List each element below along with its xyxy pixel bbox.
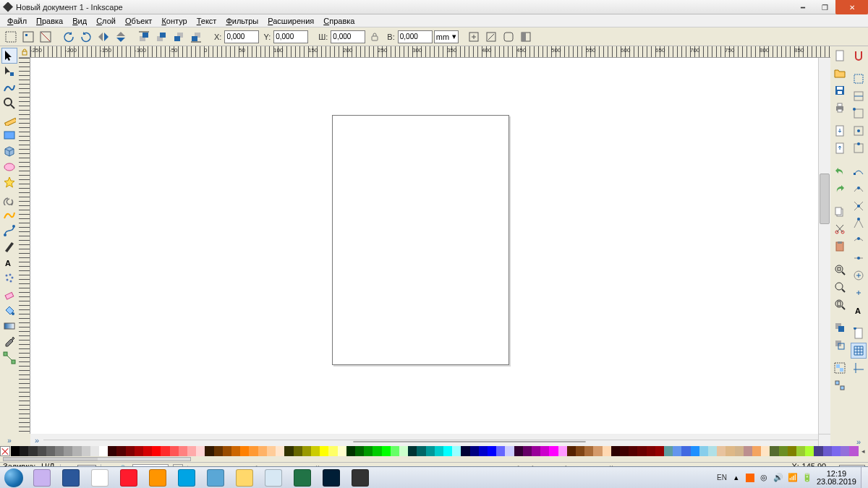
canvas-viewport[interactable] <box>30 58 818 434</box>
swatch[interactable] <box>179 446 187 456</box>
vertical-scrollbar[interactable] <box>818 58 830 434</box>
snap-page-icon[interactable] <box>851 325 867 341</box>
snap-more[interactable]: » <box>856 437 861 446</box>
undo-icon[interactable] <box>832 163 848 179</box>
taskbar-app24[interactable] <box>172 467 201 489</box>
measure-tool[interactable] <box>1 111 17 127</box>
snap-bbox-mid-icon[interactable] <box>851 140 867 156</box>
swatch[interactable] <box>814 446 822 456</box>
swatch[interactable] <box>647 446 655 456</box>
swatch[interactable] <box>126 446 135 456</box>
language-indicator[interactable]: EN <box>717 474 727 481</box>
swatch[interactable] <box>744 446 752 456</box>
swatch[interactable] <box>726 446 734 456</box>
menu-расширения[interactable]: Расширения <box>263 16 318 26</box>
taskbar-yandex[interactable] <box>27 467 56 489</box>
calligraphy-tool[interactable] <box>1 239 17 254</box>
swatch[interactable] <box>435 446 443 456</box>
swatch[interactable] <box>593 446 602 456</box>
swatch[interactable] <box>673 446 681 456</box>
taskbar-firefox[interactable] <box>143 467 172 489</box>
swatch[interactable] <box>364 446 373 456</box>
ruler-lock-icon[interactable] <box>19 46 30 58</box>
redo-icon[interactable] <box>832 181 848 197</box>
swatch[interactable] <box>708 446 717 456</box>
swatch[interactable] <box>637 446 646 456</box>
tray-network-icon[interactable]: ◎ <box>759 473 769 483</box>
swatch[interactable] <box>603 446 611 456</box>
swatch[interactable] <box>699 446 708 456</box>
swatch[interactable] <box>72 446 81 456</box>
connector-tool[interactable] <box>1 350 17 366</box>
tweak-tool[interactable] <box>1 80 17 95</box>
swatch[interactable] <box>788 446 796 456</box>
menu-слой[interactable]: Слой <box>92 16 120 26</box>
lower-icon[interactable] <box>171 29 187 45</box>
swatch[interactable] <box>567 446 576 456</box>
swatch[interactable] <box>373 446 381 456</box>
swatch[interactable] <box>64 446 72 456</box>
zoom-tool[interactable] <box>1 95 17 111</box>
snap-cusp-icon[interactable] <box>851 215 867 231</box>
swatch[interactable] <box>108 446 116 456</box>
affect-move-icon[interactable] <box>466 29 482 45</box>
swatch[interactable] <box>849 446 858 456</box>
pencil-tool[interactable] <box>1 207 17 223</box>
swatch[interactable] <box>505 446 514 456</box>
unit-select[interactable]: mm▾ <box>434 30 459 43</box>
swatch[interactable] <box>214 446 223 456</box>
zoom-draw-icon[interactable] <box>832 279 848 295</box>
swatch[interactable] <box>320 446 328 456</box>
swatch[interactable] <box>161 446 169 456</box>
show-desktop-button[interactable] <box>861 467 868 489</box>
tray-volume-icon[interactable]: 🔊 <box>773 473 783 483</box>
swatch[interactable] <box>823 446 832 456</box>
swatch[interactable] <box>311 446 320 456</box>
swatch[interactable] <box>540 446 549 456</box>
taskbar-explorer2[interactable] <box>230 467 259 489</box>
swatch[interactable] <box>170 446 179 456</box>
menu-вид[interactable]: Вид <box>68 16 91 26</box>
rotate-ccw-icon[interactable] <box>61 29 77 45</box>
star-tool[interactable] <box>1 175 17 191</box>
swatch[interactable] <box>655 446 664 456</box>
raise-top-icon[interactable] <box>136 29 152 45</box>
zoom-page-icon[interactable] <box>832 296 848 312</box>
swatch[interactable] <box>620 446 629 456</box>
swatch[interactable] <box>276 446 284 456</box>
taskbar-word[interactable] <box>56 467 85 489</box>
ruler-horizontal[interactable]: -250-200-150-100-50050100150200250300350… <box>30 46 830 58</box>
spray-tool[interactable] <box>1 270 17 286</box>
snap-midpoint-icon[interactable] <box>851 250 867 266</box>
save-icon[interactable] <box>832 82 848 98</box>
swatch[interactable] <box>796 446 805 456</box>
swatch[interactable] <box>399 446 408 456</box>
open-icon[interactable] <box>832 65 848 81</box>
swatch[interactable] <box>479 446 488 456</box>
swatch[interactable] <box>717 446 726 456</box>
affect-scale-icon[interactable] <box>483 29 499 45</box>
print-icon[interactable] <box>832 100 848 116</box>
ellipse-tool[interactable] <box>1 159 17 175</box>
swatch[interactable] <box>761 446 770 456</box>
swatch[interactable] <box>452 446 461 456</box>
swatch[interactable] <box>46 446 55 456</box>
swatch[interactable] <box>576 446 584 456</box>
swatch[interactable] <box>267 446 276 456</box>
swatch[interactable] <box>346 446 355 456</box>
swatch[interactable] <box>116 446 125 456</box>
deselect-icon[interactable] <box>38 29 54 45</box>
menu-файл[interactable]: Файл <box>3 16 31 26</box>
swatch[interactable] <box>611 446 620 456</box>
maximize-button[interactable]: ❐ <box>814 0 835 14</box>
swatch[interactable] <box>355 446 364 456</box>
clone-icon[interactable] <box>832 320 848 335</box>
snap-text-icon[interactable]: A <box>851 302 867 318</box>
swatch[interactable] <box>752 446 761 456</box>
swatch[interactable] <box>258 446 267 456</box>
gradient-tool[interactable] <box>1 318 17 334</box>
swatch[interactable] <box>152 446 161 456</box>
raise-icon[interactable] <box>153 29 169 45</box>
snap-rotation-icon[interactable] <box>851 285 867 301</box>
swatch[interactable] <box>328 446 337 456</box>
